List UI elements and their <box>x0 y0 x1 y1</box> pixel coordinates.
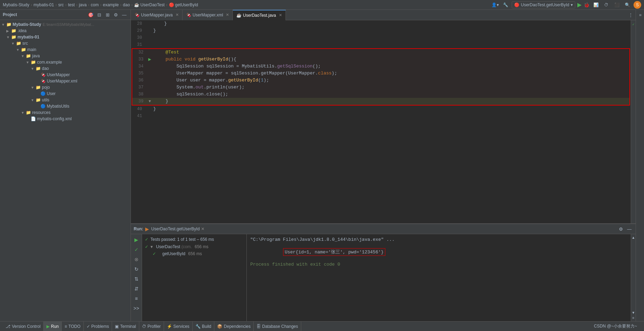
status-dependencies[interactable]: 📦 Dependencies <box>214 322 254 331</box>
folder-icon: 📁 <box>11 35 17 39</box>
run-tree-item-userdaotest[interactable]: ✓ ▼ UserDaoTest (com. 656 ms <box>142 243 246 250</box>
tab-close-icon[interactable]: ✕ <box>226 13 229 17</box>
run-play-btn[interactable]: ▶ <box>132 236 141 244</box>
tree-toggle[interactable]: ▼ <box>1 23 6 27</box>
expand-all-icon[interactable]: ⊞ <box>104 11 111 18</box>
scroll-up-icon[interactable]: ▲ <box>632 236 635 239</box>
tree-item-usermapper[interactable]: 🍫 UserMapper <box>0 72 131 78</box>
run-expand-btn[interactable]: >> <box>132 304 141 312</box>
tree-item-usermapper-xml[interactable]: 🍫 UserMapper.xml <box>0 78 131 84</box>
minimize-icon[interactable]: — <box>121 11 128 18</box>
tree-toggle[interactable]: ▼ <box>31 86 36 89</box>
tree-toggle[interactable]: ▶ <box>6 29 11 33</box>
tree-item-utils[interactable]: ▼ 📁 utils <box>0 97 131 103</box>
tree-toggle[interactable]: ▼ <box>16 48 21 52</box>
run-button[interactable]: ▶ <box>577 1 582 8</box>
tab-close-icon[interactable]: ✕ <box>176 13 179 17</box>
tree-item-src[interactable]: ▼ 📁 src <box>0 40 131 46</box>
run-config-selector[interactable]: 🔴 UserDaoTest.getUserById ▾ <box>512 1 575 8</box>
breadcrumb-mybatis-study[interactable]: Mybatis-Study <box>3 2 29 7</box>
breadcrumb-userdaotest[interactable]: ☕ UserDaoTest <box>134 2 164 7</box>
tree-item-idea[interactable]: ▶ 📁 .idea <box>0 28 131 34</box>
output-line-result: User{id=1, name='张三', pwd='123456'} <box>250 243 627 261</box>
status-database-changes[interactable]: 🗄 Database Changes <box>254 322 301 331</box>
main-layout: Project 🎯 ⊟ ⊞ ⚙ — ▼ 📁 Mybatis-Study E:\l… <box>0 10 644 321</box>
settings-panel-icon[interactable]: ⚙ <box>617 225 624 232</box>
tree-toggle[interactable]: ▼ <box>31 67 36 71</box>
status-build[interactable]: 🔧 Build <box>193 322 215 331</box>
tree-toggle[interactable]: ▼ <box>21 54 26 58</box>
account-icon[interactable]: 👤▾ <box>491 1 499 9</box>
search-button[interactable]: 🔍 <box>623 1 631 9</box>
collapse-all-icon[interactable]: ⊟ <box>96 11 103 18</box>
tree-toggle[interactable]: ▼ <box>11 42 16 45</box>
coverage-button[interactable]: 📊 <box>592 1 600 9</box>
stop-button[interactable]: ⬛ <box>613 1 621 9</box>
status-todo[interactable]: ≡ TODO <box>62 322 83 331</box>
tree-toggle[interactable]: ▼ <box>21 111 26 115</box>
run-rerun-btn[interactable]: ↻ <box>132 265 141 273</box>
breadcrumb-example[interactable]: example <box>103 2 119 7</box>
vcs-icon[interactable]: 🔧 <box>501 1 510 9</box>
tree-item-dao[interactable]: ▼ 📁 dao <box>0 65 131 72</box>
code-editor[interactable]: 28 } 29 } 30 <box>131 20 636 223</box>
build-icon: 🔧 <box>195 324 201 329</box>
notifications-icon[interactable]: ≡ <box>638 14 642 16</box>
status-services[interactable]: ⚡ Services <box>164 322 193 331</box>
breadcrumb-com[interactable]: com <box>91 2 99 7</box>
status-terminal[interactable]: ▣ Terminal <box>112 322 139 331</box>
fold-icon[interactable]: ▼ <box>149 98 151 105</box>
run-sort-btn[interactable]: ⇅ <box>132 275 141 283</box>
scroll-down-icon[interactable]: ▼ <box>632 311 635 315</box>
far-right-panel: ≡ <box>636 10 644 321</box>
status-run[interactable]: ▶ Run <box>44 322 62 331</box>
status-problems[interactable]: ✓ Problems <box>84 322 112 331</box>
problems-label: Problems <box>91 324 109 329</box>
tab-usermapper-java[interactable]: 🍫 UserMapper.java ✕ <box>131 10 183 20</box>
tree-toggle[interactable]: ▼ <box>6 35 11 39</box>
run-panel-body: ▶ ✓ ⊗ ↻ ⇅ ⇵ ≡ >> ✓ Tests passed: 1 of 1 … <box>131 234 636 321</box>
tree-item-mybatisconfig[interactable]: 📄 mybatis-config.xml <box>0 116 131 122</box>
breadcrumb-java[interactable]: java <box>79 2 87 7</box>
debug-button[interactable]: 🐞 <box>584 2 590 8</box>
tree-toggle[interactable]: ▼ <box>31 98 36 102</box>
run-tree-item-getuserbyid[interactable]: ✓ getUserById 656 ms <box>142 250 246 257</box>
run-stop-btn[interactable]: ⊗ <box>132 255 141 264</box>
avatar[interactable]: S <box>634 1 641 9</box>
breadcrumb-src[interactable]: src <box>58 2 64 7</box>
run-tab[interactable]: UserDaoTest.getUserById ✕ <box>151 226 205 231</box>
breadcrumb-dao[interactable]: dao <box>123 2 130 7</box>
tab-usermapper-xml[interactable]: 🍫 UserMapper.xml ✕ <box>183 10 233 20</box>
dependencies-icon: 📦 <box>217 324 222 329</box>
tree-item-com-example[interactable]: ▼ 📁 com.example <box>0 59 131 65</box>
run-check-btn[interactable]: ✓ <box>132 245 141 254</box>
status-version-control[interactable]: ⎇ Version Control <box>3 322 44 331</box>
settings-icon[interactable]: ⚙ <box>112 11 119 18</box>
tab-userdaotest-java[interactable]: ☕ UserDaoTest.java ✕ <box>233 10 286 20</box>
editor-right-gutter: ✓ <box>631 20 636 223</box>
run-gutter-icon[interactable]: ▶ <box>148 56 151 63</box>
run-filter-btn[interactable]: ≡ <box>132 294 141 303</box>
status-profiler[interactable]: ⏱ Profiler <box>139 322 164 331</box>
tab-overflow-button[interactable]: ⋮ <box>626 13 636 17</box>
minimize-panel-icon[interactable]: — <box>626 225 633 232</box>
tree-item-mybatisutils[interactable]: 🔵 MybatisUtils <box>0 103 131 109</box>
tree-toggle[interactable]: ▼ <box>26 60 31 64</box>
run-sort2-btn[interactable]: ⇵ <box>132 285 141 293</box>
breadcrumb-getuserbyid[interactable]: 🔴 getUserById <box>169 2 198 7</box>
tree-item-pojo[interactable]: ▼ 📁 pojo <box>0 84 131 91</box>
tree-item-java-dir[interactable]: ▼ 📁 java <box>0 53 131 59</box>
tree-item-mybatis01[interactable]: ▼ 📁 mybatis-01 <box>0 34 131 40</box>
tree-item-user[interactable]: 🔵 User <box>0 91 131 97</box>
breadcrumb-test[interactable]: test <box>68 2 75 7</box>
breadcrumb-mybatis-01[interactable]: mybatis-01 <box>34 2 54 7</box>
profile-button[interactable]: ⏱ <box>602 1 610 9</box>
scroll-end-icon[interactable]: ≡ <box>632 316 635 320</box>
tree-item-mybatis-study[interactable]: ▼ 📁 Mybatis-Study E:\learn\SSM\Mybatis\M… <box>0 21 131 28</box>
tree-item-main[interactable]: ▼ 📁 main <box>0 46 131 53</box>
run-tab-close-icon[interactable]: ✕ <box>201 226 205 231</box>
expand-icon[interactable]: ▼ <box>150 245 155 249</box>
tab-close-icon[interactable]: ✕ <box>279 13 282 17</box>
tree-item-resources[interactable]: ▼ 📁 resources <box>0 109 131 116</box>
locate-file-icon[interactable]: 🎯 <box>87 11 94 18</box>
